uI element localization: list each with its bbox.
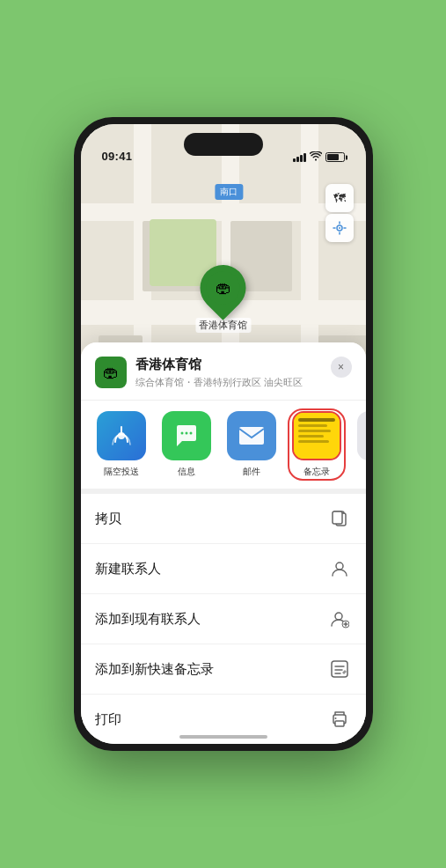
action-copy[interactable]: 拷贝 bbox=[81, 494, 366, 544]
svg-point-3 bbox=[180, 432, 183, 435]
notes-line-3 bbox=[298, 430, 332, 432]
copy-icon bbox=[327, 506, 352, 531]
battery-icon bbox=[325, 152, 345, 162]
signal-bar-4 bbox=[303, 153, 306, 162]
signal-bar-1 bbox=[293, 158, 296, 162]
stadium-marker[interactable]: 🏟 香港体育馆 bbox=[195, 265, 251, 333]
airdrop-icon bbox=[97, 411, 146, 460]
svg-point-10 bbox=[335, 613, 342, 620]
battery-fill bbox=[327, 154, 340, 160]
share-label-messages: 信息 bbox=[178, 466, 195, 478]
svg-point-1 bbox=[339, 227, 340, 229]
action-print-label: 打印 bbox=[95, 711, 121, 728]
svg-rect-14 bbox=[335, 721, 344, 726]
bottom-sheet: 🏟 香港体育馆 综合体育馆・香港特别行政区 油尖旺区 × bbox=[81, 342, 366, 744]
mail-icon bbox=[227, 411, 276, 460]
home-indicator bbox=[179, 735, 267, 739]
svg-point-5 bbox=[189, 432, 192, 435]
phone-screen: 09:41 bbox=[81, 124, 366, 744]
notes-line-5 bbox=[298, 440, 330, 443]
place-info: 香港体育馆 综合体育馆・香港特别行政区 油尖旺区 bbox=[135, 357, 322, 389]
new-contact-icon bbox=[327, 556, 352, 581]
location-button[interactable] bbox=[325, 214, 354, 242]
share-item-more[interactable]: 拖 bbox=[355, 411, 366, 478]
map-label: 南口 bbox=[215, 184, 243, 200]
close-button[interactable]: × bbox=[331, 357, 352, 378]
add-to-contact-icon bbox=[327, 607, 352, 631]
notes-line-2 bbox=[298, 424, 328, 427]
notes-line-4 bbox=[298, 435, 324, 438]
share-label-airdrop: 隔空投送 bbox=[104, 466, 139, 478]
action-add-to-notes-label: 添加到新快速备忘录 bbox=[95, 661, 214, 678]
wifi-icon bbox=[310, 151, 322, 163]
share-row: 隔空投送 信息 bbox=[81, 401, 366, 494]
phone-frame: 09:41 bbox=[74, 117, 373, 751]
svg-rect-12 bbox=[332, 661, 347, 677]
share-item-airdrop[interactable]: 隔空投送 bbox=[95, 411, 148, 478]
place-icon: 🏟 bbox=[95, 357, 127, 388]
notes-line-1 bbox=[298, 418, 335, 422]
action-add-to-contact-label: 添加到现有联系人 bbox=[95, 611, 201, 628]
share-item-notes[interactable]: 备忘录 bbox=[290, 411, 343, 478]
marker-inner: 🏟 bbox=[207, 271, 240, 305]
status-icons bbox=[293, 151, 345, 163]
signal-bars-icon bbox=[293, 152, 306, 162]
share-item-messages[interactable]: 信息 bbox=[160, 411, 213, 478]
quick-notes-icon bbox=[327, 657, 352, 681]
action-add-to-notes[interactable]: 添加到新快速备忘录 bbox=[81, 644, 366, 695]
svg-rect-8 bbox=[333, 511, 342, 524]
map-type-button[interactable]: 🗺 bbox=[325, 184, 354, 212]
share-label-mail: 邮件 bbox=[243, 466, 260, 478]
dynamic-island bbox=[184, 133, 263, 156]
map-label-prefix: 南口 bbox=[220, 187, 238, 196]
action-new-contact[interactable]: 新建联系人 bbox=[81, 544, 366, 594]
signal-bar-3 bbox=[300, 155, 303, 162]
messages-icon bbox=[162, 411, 211, 460]
status-time: 09:41 bbox=[102, 150, 133, 163]
action-copy-label: 拷贝 bbox=[95, 511, 121, 527]
signal-bar-2 bbox=[296, 157, 299, 162]
more-icon bbox=[357, 411, 366, 460]
svg-point-9 bbox=[336, 563, 343, 570]
share-label-notes: 备忘录 bbox=[303, 466, 330, 478]
action-new-contact-label: 新建联系人 bbox=[95, 561, 161, 577]
action-list: 拷贝 新建联系人 bbox=[81, 494, 366, 744]
place-name: 香港体育馆 bbox=[135, 357, 322, 373]
notes-icon-img bbox=[294, 413, 340, 459]
place-subtitle: 综合体育馆・香港特别行政区 油尖旺区 bbox=[135, 376, 322, 389]
notes-icon bbox=[292, 411, 341, 460]
share-item-mail[interactable]: 邮件 bbox=[225, 411, 278, 478]
print-icon bbox=[327, 707, 352, 732]
svg-point-15 bbox=[334, 717, 336, 719]
svg-point-4 bbox=[185, 432, 187, 435]
place-header: 🏟 香港体育馆 综合体育馆・香港特别行政区 油尖旺区 × bbox=[81, 342, 366, 401]
svg-rect-6 bbox=[239, 427, 264, 445]
action-add-to-contact[interactable]: 添加到现有联系人 bbox=[81, 594, 366, 644]
map-controls: 🗺 bbox=[325, 184, 354, 242]
marker-pin: 🏟 bbox=[191, 255, 256, 320]
